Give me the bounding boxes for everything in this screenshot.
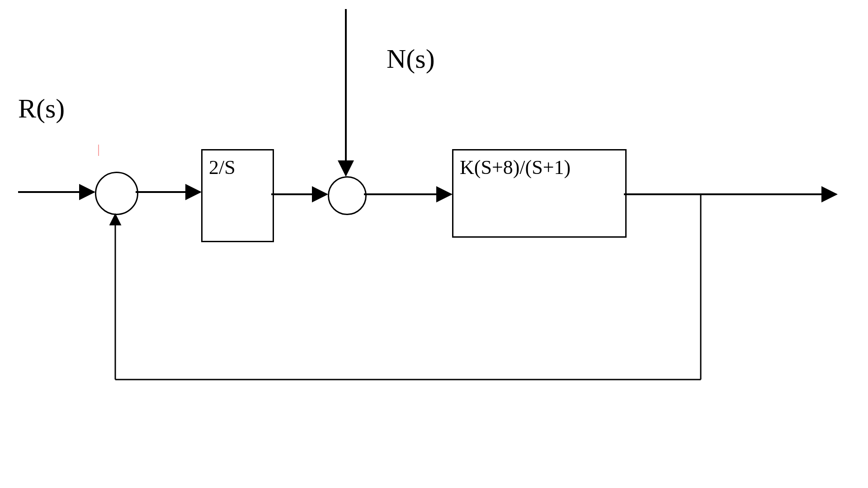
label-input-R: R(s) (18, 95, 65, 122)
block-G1: 2/S (201, 149, 274, 242)
summing-junction-2 (328, 176, 367, 215)
summing-junction-1 (95, 172, 138, 215)
block-G1-label: 2/S (203, 150, 236, 179)
block-diagram: R(s) N(s) 2/S K(S+8)/(S+1) (0, 0, 868, 488)
block-G2: K(S+8)/(S+1) (452, 149, 627, 238)
block-G2-label: K(S+8)/(S+1) (453, 150, 571, 179)
label-disturbance-N: N(s) (387, 45, 435, 72)
